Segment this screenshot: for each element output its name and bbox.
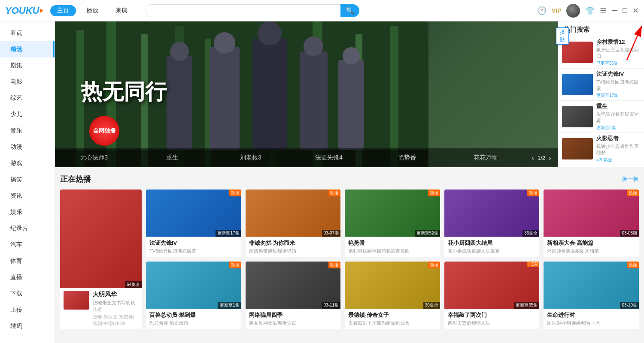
vip-button[interactable]: VIP xyxy=(552,7,562,14)
large-video-text: 大明风华 汤唯朱亚文书写明代传奇 汤唯 朱亚文 邓家佳/张妮/中国/2019 xyxy=(93,291,138,327)
sidebar-item-搞笑[interactable]: 搞笑 xyxy=(0,172,55,188)
banner-nav-item-1[interactable]: 重生 xyxy=(133,152,211,163)
sidebar-item-娱乐[interactable]: 娱乐 xyxy=(0,204,55,220)
hot-search-item-3[interactable]: 火影忍者 孤独少年忍者世界英雄梦 720集全 xyxy=(559,133,644,165)
sidebar-item-动漫[interactable]: 动漫 xyxy=(0,139,55,155)
video-card-4[interactable]: 独播 03-08期 新相亲大会·高能篇 外国帅哥美女组团来相亲 xyxy=(544,190,639,257)
svg-point-11 xyxy=(170,42,189,61)
video-title-3: 花小厨囧圆大结局 xyxy=(448,239,536,247)
video-desc-0: TVB经典回归港式破案 xyxy=(149,248,238,254)
sidebar-item-少儿[interactable]: 少儿 xyxy=(0,106,55,123)
svg-rect-10 xyxy=(167,56,192,150)
banner-title: 热无同行 xyxy=(81,80,167,104)
sidebar-item-剧集[interactable]: 剧集 xyxy=(0,57,55,74)
hot-search-title: 热门搜索 xyxy=(559,21,644,36)
sidebar-item-上传[interactable]: 上传 xyxy=(0,302,55,318)
banner-nav-item-4[interactable]: 艳势番 xyxy=(368,152,446,163)
video-desc-6: 美女见网友后离奇失踪 xyxy=(249,320,337,326)
video-info-8: 幸福敲了两次门 两对夫妻的烦恼人生 xyxy=(444,309,540,329)
video-thumb-0: 独播 更新至17集 xyxy=(146,190,241,237)
video-title-4: 新相亲大会·高能篇 xyxy=(547,239,635,247)
video-badge-6: 独播 xyxy=(328,262,340,268)
hot-search-sub-0: 象牙山三巨头爆笑回归 xyxy=(596,47,641,60)
banner-next-icon[interactable]: › xyxy=(549,153,551,162)
banner-nav-item-2[interactable]: 刘老根3 xyxy=(212,152,290,163)
hot-search-item-1[interactable]: 法证先锋IV TVB经典回归港式破案 更新至17集 xyxy=(559,69,644,101)
video-update-5: 更新至1集 xyxy=(218,302,241,309)
sidebar-item-资讯[interactable]: 资讯 xyxy=(0,188,55,204)
search-input[interactable] xyxy=(145,4,359,17)
video-card-5[interactable]: 独播 更新至1集 百兽总动员·燃到爆 恐龙合体 热血出击 xyxy=(146,262,241,329)
video-grid-container: 64集全 大明风华 汤唯朱亚文书写明代传奇 汤唯 朱亚文 邓家佳/张妮/中国/2… xyxy=(60,190,639,329)
video-desc-1: 痴情男带婚纱现场求婚 xyxy=(249,248,337,254)
search-button[interactable]: 🔍 xyxy=(340,4,359,17)
video-thumb-1: 独播 03-07期 xyxy=(246,190,341,237)
logo-arrow-icon xyxy=(40,9,43,13)
video-update-2: 更新至52集 xyxy=(415,230,440,237)
nav-play-button[interactable]: 播放 xyxy=(79,5,105,16)
banner-nav-item-0[interactable]: 无心法师3 xyxy=(55,152,133,163)
hot-search-info-1: 法证先锋IV TVB经典回归港式破案 更新至17集 xyxy=(596,70,641,99)
video-card-3[interactable]: 独播 36集全 花小厨囧圆大结局 花小委成功逆袭人生赢家 xyxy=(444,190,540,257)
minimize-icon[interactable]: ─ xyxy=(612,6,617,15)
video-card-9[interactable]: 独播 03-10集 生命进行时 医生24小时连续40台手术 xyxy=(544,262,639,329)
video-thumb-3: 独播 36集全 xyxy=(444,190,540,237)
video-update-7: 30集全 xyxy=(423,302,440,309)
banner-prev-icon[interactable]: ‹ xyxy=(532,153,534,162)
video-info-1: 非诚勿扰·为你而来 痴情男带婚纱现场求婚 xyxy=(246,237,341,257)
small-video-grid: 独播 更新至17集 法证先锋IV TVB经典回归港式破案 独播 03-07期 xyxy=(146,190,639,329)
close-icon[interactable]: ✕ xyxy=(632,6,639,15)
sidebar-item-转码[interactable]: 转码 xyxy=(0,318,55,334)
video-thumb-9: 独播 03-10集 xyxy=(544,262,639,309)
video-thumb-2: 独播 更新至52集 xyxy=(345,190,440,237)
video-card-6[interactable]: 独播 03-11集 网络骗局四季 美女见网友后离奇失踪 xyxy=(246,262,341,329)
video-update-0: 更新至17集 xyxy=(216,230,241,237)
sidebar-item-汽车[interactable]: 汽车 xyxy=(0,237,55,253)
banner-nav-item-3[interactable]: 法证先锋4 xyxy=(290,152,368,163)
skin-icon[interactable]: 👕 xyxy=(585,6,595,15)
hot-search-name-3: 火影忍者 xyxy=(596,135,641,142)
video-card-7[interactable]: 独播 30集全 景德镇·传奇女子 夫君痴呆！玉茹为爱被迫成长 xyxy=(345,262,440,329)
hot-search-item-0[interactable]: 乡村爱情12 象牙山三巨头爆笑回归 已更至56集 xyxy=(559,36,644,69)
banner-nav-item-5[interactable]: 花花万物 xyxy=(447,152,525,163)
sidebar-item-下载[interactable]: 下载 xyxy=(0,286,55,302)
video-card-1[interactable]: 独播 03-07期 非诚勿扰·为你而来 痴情男带婚纱现场求婚 xyxy=(246,190,341,257)
sidebar-item-电影[interactable]: 电影 xyxy=(0,74,55,90)
main-content: 热无同行 全网独播 无心法师3 重生 刘老根3 法证先锋4 艳势番 花花万物 ‹… xyxy=(55,21,644,343)
video-badge-2: 独播 xyxy=(428,190,440,196)
video-card-8[interactable]: HDR 更新至35集 幸福敲了两次门 两对夫妻的烦恼人生 xyxy=(444,262,540,329)
hot-search-thumb-1 xyxy=(562,74,593,95)
video-title-0: 法证先锋IV xyxy=(149,239,238,247)
maximize-icon[interactable]: □ xyxy=(623,6,627,15)
sidebar-item-音乐[interactable]: 音乐 xyxy=(0,123,55,139)
sidebar-item-看点[interactable]: 看点 xyxy=(0,25,55,41)
video-card-0[interactable]: 独播 更新至17集 法证先锋IV TVB经典回归港式破案 xyxy=(146,190,241,257)
avatar[interactable] xyxy=(566,4,580,18)
sidebar-item-直播[interactable]: 直播 xyxy=(0,269,55,286)
nav-home-button[interactable]: 主页 xyxy=(50,5,76,16)
hot-search-thumb-3 xyxy=(562,138,593,159)
svg-rect-12 xyxy=(210,47,240,150)
menu-icon[interactable]: ☰ xyxy=(600,6,607,15)
sidebar-item-综艺[interactable]: 综艺 xyxy=(0,90,55,106)
video-card-2[interactable]: 独播 更新至52集 艳势番 亲利明找到神秘药包追查员凶 xyxy=(345,190,440,257)
nav-live-button[interactable]: 来疯 xyxy=(109,5,134,16)
hot-search-update-3: 720集全 xyxy=(596,157,641,163)
video-update-6: 03-11集 xyxy=(322,302,341,309)
sidebar-item-精选[interactable]: 精选 xyxy=(0,41,55,57)
sidebar-item-纪录片[interactable]: 纪录片 xyxy=(0,220,55,237)
hot-search-update-1: 更新至17集 xyxy=(596,93,641,99)
history-icon[interactable]: 🕐 xyxy=(537,6,547,15)
video-update-8: 更新至35集 xyxy=(514,302,539,309)
logo[interactable]: YOUKU xyxy=(5,5,43,16)
svg-rect-16 xyxy=(300,51,328,150)
hot-search-thumb-2 xyxy=(562,106,593,127)
svg-point-13 xyxy=(214,32,235,54)
video-badge-9: 独播 xyxy=(627,262,639,268)
section-refresh-link[interactable]: 换一换 xyxy=(622,175,639,183)
sidebar-item-游戏[interactable]: 游戏 xyxy=(0,155,55,172)
video-info-3: 花小厨囧圆大结局 花小委成功逆袭人生赢家 xyxy=(444,237,540,257)
hot-search-item-2[interactable]: 重生 失忆张译拨开疑案迷雾 更新至5集 xyxy=(559,101,644,133)
large-video-card[interactable]: 64集全 大明风华 汤唯朱亚文书写明代传奇 汤唯 朱亚文 邓家佳/张妮/中国/2… xyxy=(60,190,142,329)
sidebar-item-体育[interactable]: 体育 xyxy=(0,253,55,269)
